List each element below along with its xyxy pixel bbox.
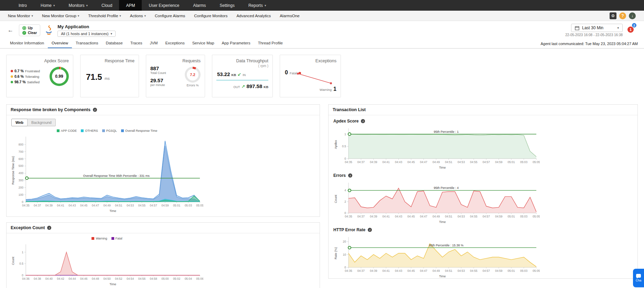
application-header: ← Up ✓ Clear My Application All (1 hosts… xyxy=(0,21,644,39)
nav-settings[interactable]: Settings xyxy=(213,0,242,11)
svg-text:05:05: 05:05 xyxy=(533,160,540,164)
nav-monitors[interactable]: Monitors▾ xyxy=(62,0,95,11)
nav-reports[interactable]: Reports▾ xyxy=(242,0,273,11)
svg-text:04:37: 04:37 xyxy=(34,204,41,207)
legend-others[interactable]: OTHERS xyxy=(81,129,98,132)
back-arrow-icon[interactable]: ← xyxy=(6,27,15,34)
nav-home[interactable]: Home▾ xyxy=(34,0,62,11)
tab-database[interactable]: Database xyxy=(102,39,126,48)
new-monitor-button[interactable]: New Monitor▾ xyxy=(3,14,37,18)
toggle-web[interactable]: Web xyxy=(11,119,28,126)
nav-apm[interactable]: APM xyxy=(119,0,142,11)
svg-text:04:43: 04:43 xyxy=(395,160,402,164)
tab-exceptions[interactable]: Exceptions xyxy=(161,39,188,48)
svg-text:300: 300 xyxy=(19,179,23,182)
tab-thread-profile[interactable]: Thread Profile xyxy=(254,39,287,48)
tolerating-label: Tolerating xyxy=(25,75,39,78)
info-icon[interactable]: i xyxy=(47,226,51,230)
svg-text:04:57: 04:57 xyxy=(483,160,490,164)
svg-text:04:46: 04:46 xyxy=(80,277,88,280)
caret-down-icon: ▾ xyxy=(86,4,88,7)
svg-text:04:56: 04:56 xyxy=(138,277,146,280)
response-components-header: Response time broken by Components i xyxy=(7,105,320,115)
title-block: My Application All (1 hosts and 1 instan… xyxy=(57,24,116,37)
tab-transactions[interactable]: Transactions xyxy=(72,39,102,48)
advanced-analytics-button[interactable]: Advanced Analytics xyxy=(232,14,275,18)
threshold-profile-label: Threshold Profile xyxy=(88,14,118,18)
tab-monitor-information[interactable]: Monitor Information xyxy=(6,39,48,48)
svg-text:05:05: 05:05 xyxy=(533,215,540,218)
tolerating-row: 0.6 % Tolerating xyxy=(11,74,40,78)
help-icon[interactable]: ? xyxy=(619,12,626,19)
errors-gauge-group: 7.2 Errors % xyxy=(185,67,201,90)
host-instance-dropdown[interactable]: All (1 hosts and 1 instances) ▾ xyxy=(57,31,116,37)
warning-group: Warning 1 xyxy=(320,86,336,92)
info-icon[interactable]: i xyxy=(348,173,352,178)
throughput-out-value: 897.58 xyxy=(246,83,262,89)
alarmsone-button[interactable]: AlarmsOne xyxy=(275,14,304,18)
svg-text:05:05: 05:05 xyxy=(533,269,540,273)
request-counts: 887 Total Count 29.57 per minute xyxy=(150,65,166,90)
nav-cloud[interactable]: Cloud xyxy=(95,0,119,11)
legend-warning[interactable]: Warning xyxy=(92,237,107,240)
apdex-chart: 00.5104:3504:3704:3904:4104:4304:4504:47… xyxy=(333,125,540,170)
svg-text:1: 1 xyxy=(22,250,23,254)
svg-text:05:02: 05:02 xyxy=(173,277,181,280)
main-content: Response time broken by Components i Web… xyxy=(0,97,644,288)
svg-text:04:37: 04:37 xyxy=(357,269,365,273)
arrow-up-right-icon: ↗ xyxy=(241,84,245,89)
svg-text:04:57: 04:57 xyxy=(483,215,490,218)
new-monitor-group-button[interactable]: New Monitor Group▾ xyxy=(37,14,84,18)
http-error-rate-section-title: HTTP Error Rate xyxy=(333,227,365,232)
legend-pgsql[interactable]: PGSQL xyxy=(102,129,117,132)
tab-traces[interactable]: Traces xyxy=(127,39,146,48)
svg-text:Response Time (ms): Response Time (ms) xyxy=(11,156,15,184)
alarm-badge-cluster: 1 2 xyxy=(627,24,636,33)
svg-text:04:59: 04:59 xyxy=(161,204,169,207)
download-icon[interactable]: ↓ xyxy=(629,12,636,19)
tab-jvm[interactable]: JVM xyxy=(146,39,161,48)
time-range-text: 22-05-2023 16:08 - 22-05-2023 16:38 xyxy=(565,33,623,37)
svg-text:20: 20 xyxy=(343,240,346,243)
chat-widget[interactable]: Cha xyxy=(633,269,644,287)
satisfied-label: Satisfied xyxy=(27,80,40,84)
configure-monitors-button[interactable]: Configure Monitors xyxy=(190,14,232,18)
legend-app-code[interactable]: APP CODE xyxy=(57,129,77,132)
nav-home-label: Home xyxy=(41,3,52,8)
tab-overview[interactable]: Overview xyxy=(48,39,72,48)
threshold-profile-button[interactable]: Threshold Profile▾ xyxy=(84,14,125,18)
svg-text:04:42: 04:42 xyxy=(57,277,65,280)
apdex-breakdown: 0.7 % Frustrated 0.6 % Tolerating 98.7 %… xyxy=(11,67,40,85)
exceptions-card: Exceptions 0 Fatal Warning 1 xyxy=(280,55,341,97)
svg-text:04:35: 04:35 xyxy=(345,269,352,273)
legend-overall-response-time[interactable]: Overall Response Time xyxy=(121,129,158,132)
settings-grid-icon[interactable]: ⚙ xyxy=(610,12,616,19)
svg-text:05:05: 05:05 xyxy=(196,204,203,207)
tab-service-map[interactable]: Service Map xyxy=(189,39,218,48)
svg-text:04:49: 04:49 xyxy=(432,269,440,273)
errors-percent-value: 7.2 xyxy=(187,69,198,81)
nav-alarms[interactable]: Alarms xyxy=(186,0,213,11)
nav-user-experience[interactable]: User Experience xyxy=(142,0,186,11)
info-icon[interactable]: i xyxy=(93,108,97,112)
nav-intro[interactable]: Intro xyxy=(12,0,34,11)
timeframe-label: Last 30 Min xyxy=(582,25,603,30)
actions-button[interactable]: Actions▾ xyxy=(126,14,150,18)
svg-text:04:41: 04:41 xyxy=(57,204,65,207)
configure-alarms-button[interactable]: Configure Alarms xyxy=(150,14,190,18)
alarm-count-badge[interactable]: 1 xyxy=(627,26,634,33)
tab-app-parameters[interactable]: App Parameters xyxy=(218,39,254,48)
svg-text:500: 500 xyxy=(19,164,23,168)
info-icon[interactable]: i xyxy=(361,119,365,123)
status-clear: ✓ Clear xyxy=(22,31,37,35)
status-up: Up xyxy=(22,26,37,30)
info-icon[interactable]: i xyxy=(368,228,372,232)
legend-fatal[interactable]: Fatal xyxy=(111,237,122,240)
header-right-group: Last 30 Min ▾ 22-05-2023 16:08 - 22-05-2… xyxy=(565,24,638,37)
secondary-count-badge[interactable]: 2 xyxy=(632,23,636,28)
timeframe-dropdown[interactable]: Last 30 Min ▾ xyxy=(571,24,623,32)
actions-label: Actions xyxy=(130,14,143,18)
warning-count-value: 1 xyxy=(333,86,336,92)
toggle-background[interactable]: Background xyxy=(27,119,56,126)
chat-bubble-icon xyxy=(636,274,641,278)
